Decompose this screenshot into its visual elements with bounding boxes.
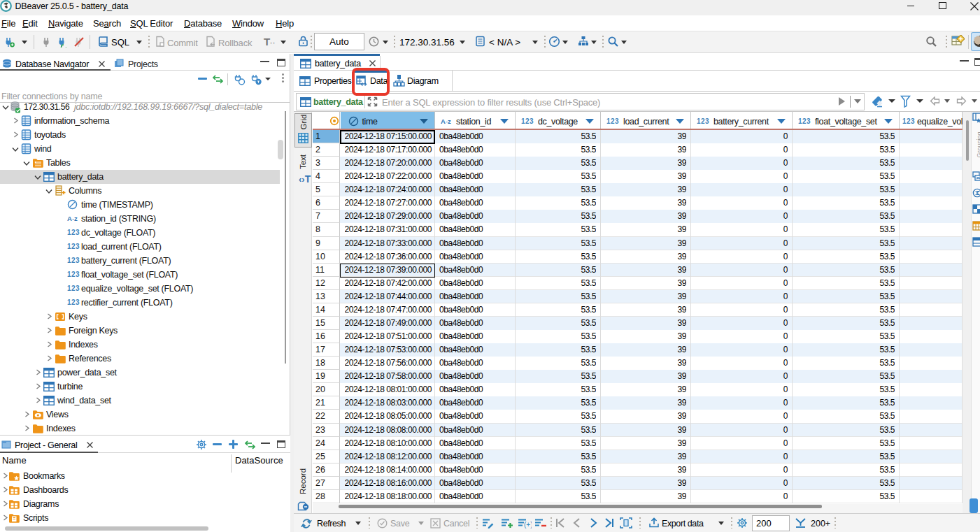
svg-text:(+): (+) [524, 521, 532, 529]
